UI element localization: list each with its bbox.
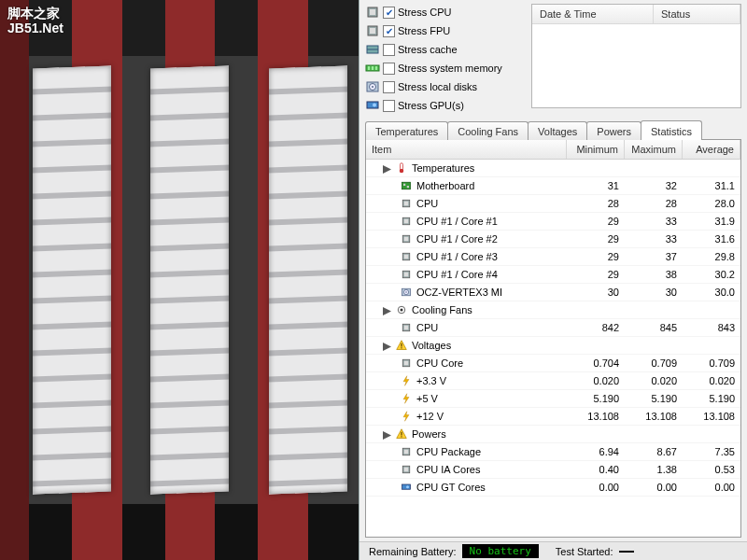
stress-option-gpu: Stress GPU(s)	[365, 97, 524, 114]
row-min: 13.108	[567, 411, 625, 422]
expand-icon[interactable]	[383, 430, 391, 439]
tab-powers[interactable]: Powers	[586, 121, 641, 140]
stress-checkbox[interactable]	[383, 7, 395, 19]
battery-label: Remaining Battery:	[369, 546, 457, 557]
group-label: Voltages	[366, 340, 567, 351]
row-min: 29	[567, 269, 625, 280]
bolt-icon	[400, 411, 413, 422]
data-row[interactable]: CPU #1 / Core #3293729.8	[366, 248, 740, 266]
row-label: CPU #1 / Core #4	[416, 269, 498, 280]
log-header: Date & Time Status	[532, 5, 740, 24]
group-row[interactable]: Temperatures	[366, 160, 740, 177]
group-name: Cooling Fans	[412, 304, 472, 315]
expand-icon[interactable]	[383, 342, 391, 350]
row-min: 5.190	[567, 393, 625, 404]
row-min: 29	[567, 233, 625, 245]
row-max: 8.67	[625, 446, 683, 457]
stress-label: Stress system memory	[398, 63, 502, 74]
row-avg: 0.020	[683, 375, 740, 386]
row-avg: 7.35	[683, 446, 740, 457]
row-avg: 30.0	[683, 287, 740, 298]
group-icon	[395, 304, 408, 315]
expand-icon[interactable]	[383, 164, 391, 173]
row-item: CPU #1 / Core #2	[366, 233, 567, 245]
row-item: CPU GT Cores	[366, 482, 567, 493]
data-row[interactable]: CPU Package6.948.677.35	[366, 443, 740, 461]
col-max[interactable]: Maximum	[625, 140, 683, 159]
row-max: 0.00	[625, 482, 683, 493]
row-label: CPU #1 / Core #2	[416, 233, 498, 245]
row-max: 30	[625, 287, 683, 298]
chip-icon	[400, 198, 413, 209]
heatsink-fin	[269, 66, 347, 495]
group-row[interactable]: Cooling Fans	[366, 301, 740, 319]
expand-icon[interactable]	[383, 306, 391, 315]
row-min: 0.40	[567, 464, 625, 475]
data-row[interactable]: +5 V5.1905.1905.190	[366, 390, 740, 408]
tab-cooling-fans[interactable]: Cooling Fans	[447, 121, 529, 140]
watermark-line: 脚本之家	[7, 6, 63, 21]
row-avg: 13.108	[683, 411, 740, 422]
data-row[interactable]: CPU GT Cores0.000.000.00	[366, 479, 740, 497]
row-label: CPU GT Cores	[416, 482, 486, 493]
tab-temperatures[interactable]: Temperatures	[365, 121, 448, 140]
row-min: 0.704	[567, 357, 625, 369]
data-row[interactable]: CPU IA Cores0.401.380.53	[366, 461, 740, 479]
col-avg[interactable]: Average	[683, 140, 740, 159]
data-row[interactable]: Motherboard313231.1	[366, 177, 740, 195]
chip-icon	[400, 269, 413, 280]
grid-header: Item Minimum Maximum Average	[366, 140, 740, 160]
stress-checkbox[interactable]	[383, 44, 395, 56]
row-max: 37	[625, 251, 683, 262]
col-item[interactable]: Item	[366, 140, 567, 159]
row-avg: 843	[683, 322, 740, 333]
group-label: Temperatures	[366, 162, 567, 174]
chip-icon	[400, 464, 413, 475]
battery-value: No battery	[462, 544, 539, 558]
col-datetime[interactable]: Date & Time	[532, 5, 654, 23]
row-avg: 5.190	[683, 393, 740, 404]
data-row[interactable]: CPU842845843	[366, 319, 740, 337]
tab-strip: TemperaturesCooling FansVoltagesPowersSt…	[359, 119, 747, 139]
row-label: +12 V	[416, 411, 444, 422]
col-min[interactable]: Minimum	[567, 140, 625, 159]
data-row[interactable]: CPU282828.0	[366, 195, 740, 213]
data-row[interactable]: OCZ-VERTEX3 MI303030.0	[366, 284, 740, 301]
chip-icon	[400, 216, 413, 227]
stress-checkbox[interactable]	[383, 100, 395, 112]
chip-icon	[400, 251, 413, 262]
heatsink-fin	[33, 66, 111, 495]
top-panel: Stress CPUStress FPUStress cacheStress s…	[359, 0, 747, 116]
group-icon	[395, 428, 408, 440]
grid-body[interactable]: TemperaturesMotherboard313231.1CPU282828…	[366, 160, 740, 537]
stress-checkbox[interactable]	[383, 63, 395, 75]
data-row[interactable]: CPU #1 / Core #1293331.9	[366, 213, 740, 231]
row-min: 28	[567, 198, 625, 209]
disk-icon	[365, 79, 380, 94]
tab-statistics[interactable]: Statistics	[641, 120, 702, 140]
data-row[interactable]: CPU #1 / Core #2293331.6	[366, 231, 740, 248]
row-avg: 29.8	[683, 251, 740, 262]
stress-checkbox[interactable]	[383, 81, 395, 93]
group-row[interactable]: Powers	[366, 426, 740, 443]
data-row[interactable]: +12 V13.10813.10813.108	[366, 408, 740, 426]
row-avg: 31.9	[683, 216, 740, 227]
data-row[interactable]: CPU #1 / Core #4293830.2	[366, 266, 740, 284]
group-row[interactable]: Voltages	[366, 337, 740, 355]
row-label: Motherboard	[416, 180, 474, 191]
row-min: 0.020	[567, 375, 625, 386]
group-label: Powers	[366, 428, 567, 440]
statistics-grid: Item Minimum Maximum Average Temperature…	[365, 139, 741, 538]
row-avg: 31.1	[683, 180, 740, 191]
data-row[interactable]: CPU Core0.7040.7090.709	[366, 355, 740, 372]
bolt-icon	[400, 375, 413, 386]
tab-voltages[interactable]: Voltages	[528, 121, 587, 140]
data-row[interactable]: +3.3 V0.0200.0200.020	[366, 372, 740, 390]
row-item: +12 V	[366, 411, 567, 422]
app-root: 脚本之家 JB51.Net Stress CPUStress FPUStress…	[0, 0, 747, 560]
stress-options: Stress CPUStress FPUStress cacheStress s…	[365, 4, 524, 114]
test-segment: Test Started:	[556, 546, 634, 557]
col-status[interactable]: Status	[654, 5, 740, 23]
stress-checkbox[interactable]	[383, 25, 395, 37]
row-max: 5.190	[625, 393, 683, 404]
